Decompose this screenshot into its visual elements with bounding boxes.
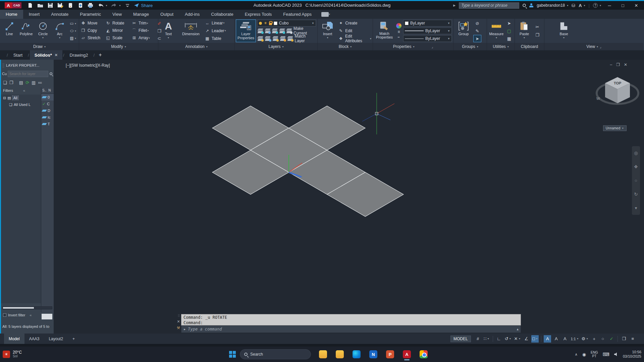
palette-hscrollbar[interactable] [2, 306, 52, 309]
file-tab-slidos[interactable]: Sólidos*✕ [30, 50, 62, 60]
maximize-button[interactable]: □ [618, 3, 628, 8]
trim-button[interactable]: ✂Trim▾ [131, 20, 155, 26]
ribbon-tab-view[interactable]: View [107, 10, 127, 19]
fillet-button[interactable]: ⌒Fillet▾ [131, 27, 155, 34]
gperf-toggle[interactable]: ✓ [608, 335, 615, 343]
match-properties-button[interactable]: Match Properties [374, 20, 394, 42]
taskbar-app-edge[interactable] [351, 348, 363, 360]
autoscale-toggle[interactable]: A [552, 335, 560, 343]
ellipse-button[interactable]: ⬭▾ [69, 27, 76, 34]
annovis-toggle[interactable]: A [544, 335, 551, 343]
print-icon[interactable] [87, 2, 94, 9]
match-layer-button[interactable]: Match Layer [294, 34, 316, 43]
tray-chevron-icon[interactable]: ∧ [575, 352, 578, 357]
taskbar-search[interactable]: Search [240, 349, 311, 359]
save-mobile-icon[interactable] [67, 2, 74, 9]
polar-dropdown-icon[interactable]: ▼ [509, 338, 512, 340]
linear-dropdown-icon[interactable]: ▾ [223, 21, 224, 24]
help-search-input[interactable]: Type a keyword or phrase [459, 2, 519, 9]
gear-dropdown-icon[interactable]: ▼ [586, 338, 588, 340]
search-icon[interactable] [523, 4, 526, 7]
insert-dropdown-icon[interactable]: ▼ [326, 37, 329, 39]
base-button[interactable]: Base ▼ [555, 20, 573, 42]
snap-toggle[interactable]: ∷▼ [483, 335, 490, 343]
speaker-icon[interactable] [614, 352, 618, 356]
viewcube-ucs-menu[interactable]: Unnamed▼ [603, 125, 627, 131]
file-tab-drawing2[interactable]: Drawing2 [65, 50, 93, 60]
upload-icon[interactable] [77, 2, 84, 9]
undo-icon[interactable] [97, 2, 104, 9]
viewcube[interactable]: W TOP [592, 67, 643, 117]
qselect-button[interactable]: ➤ [505, 20, 513, 26]
linear-button[interactable]: ↔Linear▾ [205, 20, 226, 26]
layout-tab-aaa3[interactable]: AAA3 [24, 334, 44, 344]
new-property-filter-icon[interactable]: ❏ [3, 80, 7, 85]
palette-grip-icon[interactable] [2, 63, 4, 68]
paste-dropdown-icon[interactable]: ▼ [523, 37, 526, 39]
layer-tool-icon[interactable] [287, 36, 293, 41]
panel-label-groups[interactable]: Groups▾ [453, 43, 487, 50]
edit-attributes-button[interactable]: ❖Edit Attributes▾ [338, 35, 371, 42]
minimize-button[interactable]: ─ [604, 3, 614, 8]
command-close-icon[interactable]: ✕ [177, 319, 180, 324]
palette-hscrollbar-thumb[interactable] [3, 307, 34, 309]
layer-properties-button[interactable]: Layer Properties [236, 20, 256, 42]
lineweight-icon[interactable]: ≡ [397, 29, 400, 34]
text-dropdown-icon[interactable]: ▼ [167, 37, 170, 39]
ungroup-button[interactable]: ⊘ [474, 20, 481, 26]
palette-title-bar[interactable]: LAYER PROPERT... [1, 62, 54, 69]
new-tab-button[interactable]: + [95, 52, 105, 58]
view-expand-icon[interactable]: ⌟ [600, 45, 601, 49]
panel-label-draw[interactable]: Draw▾ [0, 43, 79, 50]
properties-expand-icon[interactable]: ⌟ [432, 45, 433, 49]
layout-tab-layout2[interactable]: Layout2 [44, 334, 68, 344]
navigation-bar[interactable]: ◎✥○↻▾ [632, 146, 640, 215]
palette-resize-box[interactable] [42, 314, 52, 319]
isodraft-toggle[interactable]: ✕▼ [514, 335, 522, 343]
start-button[interactable] [229, 351, 236, 358]
panel-label-properties[interactable]: Properties▾⌟ [373, 43, 453, 50]
layer-settings-icon[interactable]: ≔ [38, 80, 42, 85]
ssimilar-button[interactable]: ▢ [505, 27, 513, 34]
orbit-icon[interactable]: ↻ [634, 192, 638, 197]
measure-dropdown-icon[interactable]: ▼ [495, 37, 498, 39]
taskbar-app-blue-app[interactable]: N [367, 348, 379, 360]
command-customize-icon[interactable]: ⚒ [177, 326, 180, 330]
drawing-canvas[interactable]: [−][SW Isometric][X-Ray] ‒ ❐ ✕ W TOP Unn… [54, 60, 644, 334]
tree-collapse-icon[interactable]: ⊟ [3, 96, 6, 100]
taskbar-weather-widget[interactable]: ☀ 20°C Sol [3, 350, 22, 358]
panel-label-layers[interactable]: Layers▾ [235, 43, 317, 50]
layer-tool-icon[interactable] [265, 28, 270, 33]
save-icon[interactable] [47, 2, 54, 9]
circle-button[interactable]: Circle ▼ [35, 20, 51, 42]
otrack-toggle[interactable]: ∠ [523, 335, 530, 343]
create-button[interactable]: ✦Create [338, 20, 371, 26]
taskbar-app-powerpoint[interactable]: P [384, 348, 396, 360]
ribbon-tab-insert[interactable]: Insert [23, 10, 46, 19]
hatch-button[interactable]: ▨▾ [69, 35, 76, 42]
share-button[interactable]: Share [134, 3, 153, 8]
layer-row-c[interactable]: ✓C [41, 101, 54, 107]
edit-button[interactable]: ✎Edit [338, 27, 371, 34]
ribbon-tab-parametric[interactable]: Parametric [74, 10, 107, 19]
pan-icon[interactable]: ✥ [634, 164, 638, 169]
grid-toggle[interactable]: # [474, 335, 482, 343]
filters-collapse-icon[interactable]: « [23, 88, 25, 93]
viewport-restore-icon[interactable]: ❐ [616, 62, 620, 67]
scale-toggle[interactable]: 1:1▼ [570, 335, 579, 343]
trim-dropdown-icon[interactable]: ▾ [147, 22, 148, 25]
cleanscreen-toggle[interactable]: ❒ [620, 335, 628, 343]
circle-dropdown-icon[interactable]: ▼ [42, 37, 44, 39]
layer-search-icon[interactable] [50, 72, 52, 75]
command-input[interactable]: ▸ Type a command ▲ [181, 325, 521, 333]
color-wheel-icon[interactable] [396, 23, 401, 28]
linetype-combo[interactable]: ByLayer ▼ [403, 35, 452, 42]
autocad-logo-icon[interactable]: ACAD [5, 2, 21, 8]
layer-tool-icon[interactable] [280, 36, 285, 41]
file-tab-close-icon[interactable]: ✕ [55, 53, 58, 57]
autodesk-dropdown-icon[interactable]: ▾ [584, 4, 585, 7]
layer-search-input[interactable] [8, 71, 48, 77]
ortho-toggle[interactable]: ∟ [495, 335, 503, 343]
layer-tool-icon[interactable] [257, 36, 263, 41]
help-icon[interactable]: ? [593, 3, 598, 8]
